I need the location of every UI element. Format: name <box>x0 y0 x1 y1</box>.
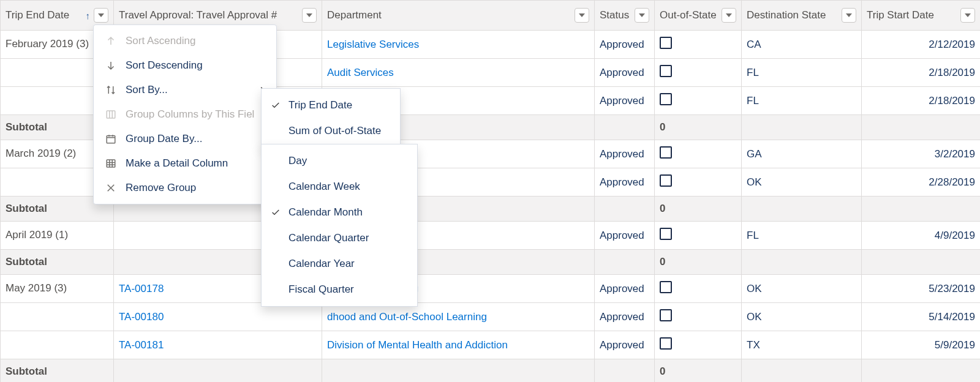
chevron-down-icon <box>639 13 645 17</box>
cell-status: Approved <box>595 331 655 359</box>
col-menu-button[interactable] <box>842 8 856 23</box>
svg-rect-2 <box>107 160 115 167</box>
submenu-label: Calendar Quarter <box>288 232 369 244</box>
col-menu-button[interactable] <box>94 8 108 23</box>
cell-out-of-state <box>655 222 742 250</box>
svg-rect-1 <box>107 136 115 143</box>
arrow-down-icon <box>105 59 117 72</box>
group-label: May 2019 (3) <box>1 275 114 303</box>
col-label: Status <box>600 9 631 21</box>
cell-status: Approved <box>595 87 655 115</box>
menu-group-date-by[interactable]: Group Date By... <box>94 127 276 151</box>
group-cell-empty <box>1 303 114 331</box>
checkbox-unchecked[interactable] <box>660 228 672 240</box>
table-row: May 2019 (3)TA-00178Policy and PlanningA… <box>1 275 981 303</box>
ta-link[interactable]: TA-00180 <box>119 311 164 323</box>
col-header-destination-state[interactable]: Destination State <box>742 1 862 31</box>
table-row: TA-00181Division of Mental Health and Ad… <box>1 331 981 359</box>
columns-icon <box>105 108 117 121</box>
chevron-down-icon <box>579 13 585 17</box>
cell-out-of-state <box>655 59 742 87</box>
dept-link[interactable]: dhood and Out-of-School Learning <box>327 311 487 323</box>
subtotal-cell <box>862 115 981 140</box>
cell-out-of-state <box>655 168 742 197</box>
menu-remove-group[interactable]: Remove Group <box>94 176 276 200</box>
submenu-calendar-quarter[interactable]: Calendar Quarter <box>262 225 417 251</box>
check-icon <box>270 100 281 110</box>
submenu-calendar-year[interactable]: Calendar Year <box>262 251 417 277</box>
col-header-status[interactable]: Status <box>595 1 655 31</box>
cell-department: dhood and Out-of-School Learning <box>322 303 595 331</box>
cell-destination: OK <box>742 303 862 331</box>
checkbox-unchecked[interactable] <box>660 309 672 321</box>
checkbox-unchecked[interactable] <box>660 174 672 187</box>
submenu-trip-end-date[interactable]: Trip End Date <box>262 92 400 118</box>
dept-link[interactable]: Audit Services <box>327 67 394 78</box>
checkbox-unchecked[interactable] <box>660 146 672 159</box>
table-row: April 2019 (1)ounselApprovedFL4/9/2019 <box>1 222 981 250</box>
checkbox-unchecked[interactable] <box>660 337 672 350</box>
col-label: Destination State <box>747 9 838 21</box>
cell-trip-start: 2/18/2019 <box>862 59 981 87</box>
group-label: April 2019 (1) <box>1 222 114 250</box>
subtotal-label: Subtotal <box>1 250 114 275</box>
menu-sort-ascending: Sort Ascending <box>94 29 276 53</box>
cell-destination: FL <box>742 59 862 87</box>
close-icon <box>105 182 117 194</box>
menu-make-detail-column[interactable]: Make a Detail Column <box>94 151 276 176</box>
cell-department: Audit Services <box>322 59 595 87</box>
menu-label: Sort By... <box>126 84 168 96</box>
cell-out-of-state <box>655 140 742 168</box>
col-menu-button[interactable] <box>575 8 589 23</box>
col-label: Trip Start Date <box>867 9 957 21</box>
subtotal-oos: 0 <box>655 115 742 140</box>
ta-link[interactable]: TA-00178 <box>119 283 164 294</box>
submenu-day[interactable]: Day <box>262 148 417 174</box>
col-header-department[interactable]: Department <box>322 1 595 31</box>
cell-status: Approved <box>595 31 655 59</box>
checkbox-unchecked[interactable] <box>660 93 672 105</box>
col-header-out-of-state[interactable]: Out-of-State <box>655 1 742 31</box>
cell-status: Approved <box>595 275 655 303</box>
submenu-sum-out-of-state[interactable]: Sum of Out-of-State <box>262 118 400 144</box>
cell-destination: CA <box>742 31 862 59</box>
cell-status: Approved <box>595 222 655 250</box>
cell-trip-start: 3/2/2019 <box>862 140 981 168</box>
ta-link[interactable]: TA-00181 <box>119 339 164 351</box>
checkbox-unchecked[interactable] <box>660 37 672 49</box>
svg-rect-0 <box>107 111 115 118</box>
submenu-label: Trip End Date <box>288 99 352 111</box>
submenu-label: Calendar Week <box>288 181 360 193</box>
submenu-calendar-month[interactable]: Calendar Month <box>262 200 417 225</box>
subtotal-cell <box>742 250 862 275</box>
menu-sort-by[interactable]: Sort By... <box>94 78 276 102</box>
dept-link[interactable]: Legislative Services <box>327 39 419 50</box>
cell-travel-approval: TA-00181 <box>114 331 322 359</box>
checkbox-unchecked[interactable] <box>660 281 672 293</box>
menu-sort-descending[interactable]: Sort Descending <box>94 53 276 78</box>
subtotal-oos: 0 <box>655 197 742 222</box>
cell-trip-start: 4/9/2019 <box>862 222 981 250</box>
subtotal-oos: 0 <box>655 359 742 383</box>
table-icon <box>105 157 117 170</box>
checkbox-unchecked[interactable] <box>660 65 672 77</box>
dept-link[interactable]: Division of Mental Health and Addiction <box>327 339 508 351</box>
col-menu-button[interactable] <box>302 8 317 23</box>
col-header-trip-start-date[interactable]: Trip Start Date <box>862 1 981 31</box>
col-menu-button[interactable] <box>722 8 736 23</box>
menu-group-columns: Group Columns by This Fiel <box>94 102 276 127</box>
submenu-label: Calendar Year <box>288 258 355 270</box>
sort-icon <box>105 84 117 96</box>
cell-trip-start: 2/12/2019 <box>862 31 981 59</box>
sort-by-submenu: Trip End Date Sum of Out-of-State <box>261 88 401 148</box>
cell-destination: OK <box>742 168 862 197</box>
submenu-calendar-week[interactable]: Calendar Week <box>262 174 417 200</box>
submenu-label: Fiscal Quarter <box>288 283 354 296</box>
subtotal-cell <box>322 359 595 383</box>
col-menu-button[interactable] <box>960 8 975 23</box>
col-menu-button[interactable] <box>635 8 649 23</box>
submenu-fiscal-quarter[interactable]: Fiscal Quarter <box>262 277 417 302</box>
cell-status: Approved <box>595 59 655 87</box>
cell-destination: FL <box>742 87 862 115</box>
chevron-down-icon <box>726 13 732 17</box>
